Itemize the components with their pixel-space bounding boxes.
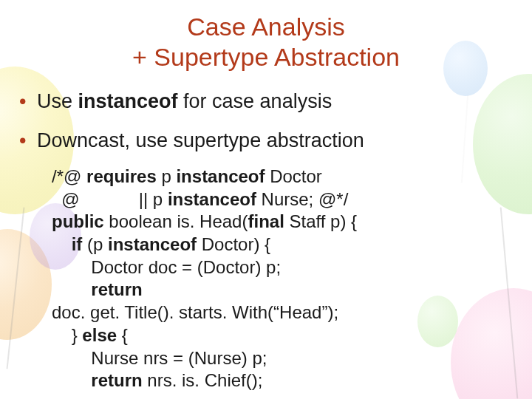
code-text: @ || p bbox=[52, 189, 168, 209]
code-text: p bbox=[157, 166, 177, 186]
code-text bbox=[52, 370, 91, 390]
code-text: } bbox=[52, 325, 82, 345]
code-text: Nurse; @*/ bbox=[256, 189, 348, 209]
code-keyword: return bbox=[91, 279, 142, 299]
code-keyword: instanceof bbox=[176, 166, 265, 186]
code-text: boolean is. Head( bbox=[104, 211, 248, 231]
code-keyword: public bbox=[52, 211, 104, 231]
code-text: (p bbox=[82, 234, 108, 254]
bullet-list: • Use instanceof for case analysis • Dow… bbox=[19, 87, 513, 155]
code-text bbox=[52, 234, 72, 254]
title-line-2: + Supertype Abstraction bbox=[132, 43, 400, 71]
slide-title: Case Analysis + Supertype Abstraction bbox=[19, 12, 513, 72]
code-keyword: instanceof bbox=[108, 234, 197, 254]
bullet-dot-icon: • bbox=[19, 126, 37, 155]
code-text: Doctor) { bbox=[197, 234, 270, 254]
code-text: { bbox=[117, 325, 128, 345]
bullet-text: Downcast, use supertype abstraction bbox=[37, 126, 364, 155]
code-text bbox=[52, 279, 91, 299]
code-keyword: instanceof bbox=[168, 189, 256, 209]
bullet-text: Use instanceof for case analysis bbox=[37, 87, 332, 116]
bullet-dot-icon: • bbox=[19, 87, 37, 116]
code-text: nrs. is. Chief(); bbox=[143, 370, 263, 390]
code-text: doc. get. Title(). starts. With(“Head”); bbox=[52, 302, 338, 322]
bullet-text-part: Use bbox=[37, 90, 78, 112]
code-text: /*@ bbox=[52, 166, 86, 186]
code-keyword: requires bbox=[86, 166, 157, 186]
code-block: /*@ requires p instanceof Doctor @ || p … bbox=[52, 166, 513, 392]
slide-content: Case Analysis + Supertype Abstraction • … bbox=[0, 0, 532, 392]
bullet-item: • Downcast, use supertype abstraction bbox=[19, 126, 513, 155]
code-keyword: if bbox=[72, 234, 83, 254]
bullet-item: • Use instanceof for case analysis bbox=[19, 87, 513, 116]
bullet-text-part: for case analysis bbox=[178, 90, 332, 112]
code-text: Staff p) { bbox=[284, 211, 357, 231]
code-keyword: return bbox=[91, 370, 142, 390]
code-keyword: final bbox=[248, 211, 284, 231]
code-text: Doctor doc = (Doctor) p; bbox=[52, 257, 281, 277]
bullet-keyword: instanceof bbox=[78, 90, 178, 112]
code-keyword: else bbox=[82, 325, 117, 345]
title-line-1: Case Analysis bbox=[187, 13, 345, 41]
code-text: Doctor bbox=[265, 166, 321, 186]
code-text: Nurse nrs = (Nurse) p; bbox=[52, 348, 267, 368]
